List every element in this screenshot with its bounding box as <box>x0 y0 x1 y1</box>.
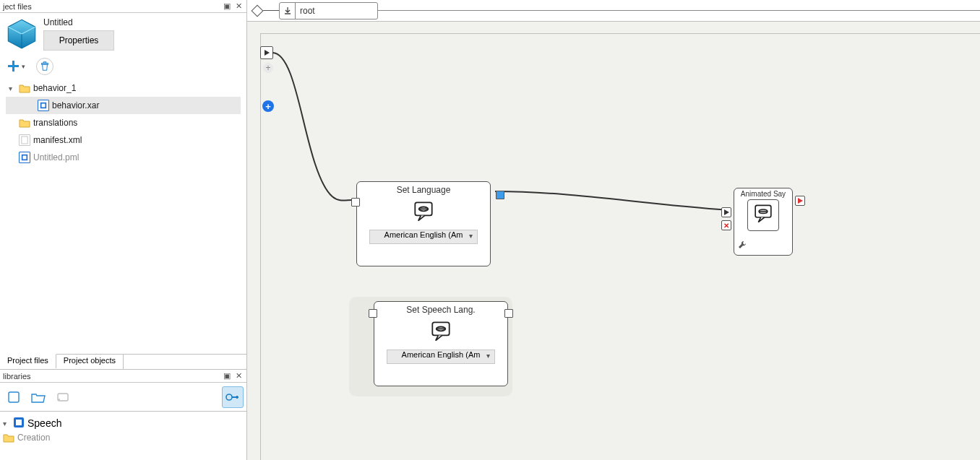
tree-label: Speech <box>27 417 61 429</box>
tree-folder-behavior[interactable]: ▾ behavior_1 <box>6 79 241 97</box>
tree-file-pml[interactable]: Untitled.pml <box>6 149 241 166</box>
open-folder-icon[interactable] <box>27 386 49 408</box>
flow-area[interactable]: + + Set Language American En <box>260 33 980 460</box>
chevron-spacer <box>9 119 16 127</box>
chevron-spacer <box>9 154 16 162</box>
trash-icon[interactable] <box>36 58 53 75</box>
tree-label: Untitled.pml <box>33 152 79 162</box>
language-dropdown[interactable]: American English (Am <box>369 230 478 244</box>
libraries-toolbar <box>0 383 246 412</box>
folder-icon <box>19 118 30 128</box>
svg-marker-23 <box>798 198 803 204</box>
flow-start-port[interactable] <box>260 46 273 59</box>
speech-bubble-icon <box>734 198 792 233</box>
breadcrumb-root[interactable]: root <box>279 2 378 19</box>
node-title: Animated Say <box>734 188 792 198</box>
project-cube-icon <box>6 17 38 49</box>
panel-detach-icon[interactable]: ▣ <box>222 1 232 12</box>
project-panel-tabs: Project files Project objects <box>0 354 246 369</box>
language-dropdown[interactable]: American English (Am <box>387 350 495 364</box>
svg-rect-14 <box>16 420 22 425</box>
output-port-lang[interactable] <box>496 191 504 199</box>
stop-port-icon[interactable]: ✕ <box>721 220 731 230</box>
svg-marker-22 <box>724 209 729 215</box>
svg-rect-7 <box>9 392 19 402</box>
new-box-icon[interactable] <box>3 386 25 408</box>
svg-rect-3 <box>42 104 46 108</box>
tree-label: Creation <box>17 433 50 443</box>
libraries-tree: ▾ Speech Creation <box>0 412 246 443</box>
svg-point-9 <box>59 399 60 400</box>
tree-file-behavior-xar[interactable]: behavior.xar <box>6 97 241 114</box>
download-into-icon <box>280 3 296 19</box>
tree-label: behavior.xar <box>52 100 99 110</box>
play-port-icon[interactable] <box>721 207 731 217</box>
node-title: Set Language <box>357 182 490 195</box>
project-files-title: ject files <box>3 2 220 11</box>
svg-rect-12 <box>236 396 238 399</box>
flow-canvas[interactable]: root + + Set Language <box>247 0 980 460</box>
svg-point-10 <box>226 394 232 400</box>
package-icon[interactable] <box>52 386 74 408</box>
box-lib-icon <box>13 417 25 430</box>
lib-tree-speech[interactable]: ▾ Speech <box>0 415 246 432</box>
svg-marker-15 <box>265 50 270 56</box>
svg-rect-4 <box>22 136 27 144</box>
input-port[interactable] <box>351 198 360 207</box>
play-output-icon[interactable] <box>795 196 805 206</box>
breadcrumb-bar: root <box>247 0 980 22</box>
breadcrumb-start-icon[interactable] <box>252 4 264 17</box>
svg-rect-6 <box>23 156 27 160</box>
add-dropdown-icon[interactable]: ▾ <box>22 63 29 70</box>
tree-label: manifest.xml <box>33 135 82 145</box>
libraries-title: libraries <box>3 372 220 381</box>
chevron-down-icon[interactable]: ▾ <box>3 420 10 428</box>
project-files-header: ject files ▣ ✕ <box>0 0 246 13</box>
wrench-icon[interactable] <box>737 240 747 253</box>
breadcrumb-label: root <box>296 6 377 16</box>
panel-detach-icon[interactable]: ▣ <box>222 371 232 381</box>
properties-button[interactable]: Properties <box>43 30 114 51</box>
libraries-panel: libraries ▣ ✕ ▾ S <box>0 370 246 460</box>
node-animated-say[interactable]: ✕ Animated Say <box>734 188 793 256</box>
breadcrumb-connector <box>262 10 279 11</box>
libraries-header: libraries ▣ ✕ <box>0 370 246 383</box>
folder-icon <box>19 83 30 93</box>
input-port[interactable] <box>369 309 377 318</box>
project-tree: ▾ behavior_1 behavior.xar <box>6 79 241 166</box>
breadcrumb-trail <box>378 10 980 11</box>
folder-icon <box>3 433 14 443</box>
node-set-language[interactable]: Set Language American English (Am <box>356 181 491 266</box>
search-key-icon[interactable] <box>222 386 244 408</box>
add-output-icon[interactable]: + <box>263 63 273 73</box>
tree-label: translations <box>33 118 77 128</box>
node-title: Set Speech Lang. <box>374 302 507 315</box>
chevron-spacer <box>9 136 16 144</box>
tab-project-objects[interactable]: Project objects <box>56 355 124 369</box>
tree-folder-translations[interactable]: translations <box>6 114 241 131</box>
project-title: Untitled <box>43 17 114 27</box>
speech-bubble-icon <box>357 195 490 225</box>
node-set-speech-lang[interactable]: Set Speech Lang. American English (Am <box>374 301 508 386</box>
panel-close-icon[interactable]: ✕ <box>233 371 244 381</box>
output-port[interactable] <box>504 309 513 318</box>
chevron-down-icon[interactable]: ▾ <box>9 84 16 92</box>
tab-project-files[interactable]: Project files <box>0 354 56 368</box>
project-files-panel: ject files ▣ ✕ Untitled Pro <box>0 0 246 370</box>
tree-file-manifest[interactable]: manifest.xml <box>6 131 241 149</box>
add-parameter-icon[interactable]: + <box>262 100 274 112</box>
pml-file-icon <box>19 152 30 163</box>
panel-close-icon[interactable]: ✕ <box>233 1 244 12</box>
add-icon[interactable] <box>6 59 20 74</box>
xar-file-icon <box>38 100 49 111</box>
tree-label: behavior_1 <box>33 83 76 93</box>
speech-bubble-icon <box>374 315 507 345</box>
file-icon <box>19 134 30 146</box>
lib-tree-creation[interactable]: Creation <box>0 432 246 443</box>
